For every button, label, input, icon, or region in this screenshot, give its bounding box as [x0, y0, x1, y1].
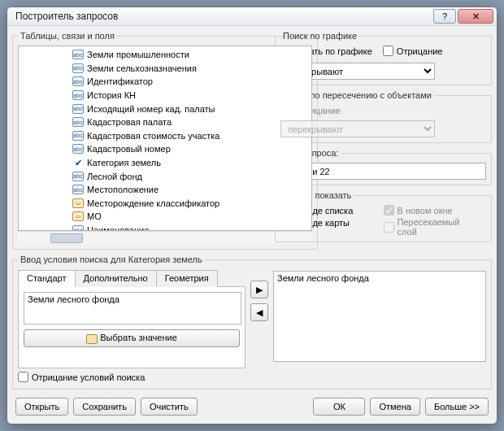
text-field-icon: abc — [72, 144, 84, 154]
tree-item[interactable]: abcКадастровый номер — [19, 142, 311, 156]
cancel-button[interactable]: Отмена — [370, 398, 419, 416]
save-button[interactable]: Сохранить — [73, 398, 136, 416]
fields-tree[interactable]: abcЗемли промышленностиabcЗемли сельхозн… — [18, 46, 312, 231]
tree-item[interactable]: ▭МО — [19, 210, 311, 224]
query-builder-window: Построитель запросов ? ✕ Таблицы, связи … — [7, 7, 497, 424]
arrow-right-icon: ▶ — [256, 285, 263, 295]
object-icon: ▭ — [72, 198, 84, 208]
help-window-button[interactable]: ? — [433, 9, 456, 24]
ok-button[interactable]: ОК — [313, 398, 365, 416]
negate-condition-checkbox[interactable]: Отрицание условий поиска — [18, 372, 145, 382]
tree-item[interactable]: abcИсходящий номер кад. палаты — [19, 102, 311, 115]
show-intersect-layer-checkbox: Пересекаемый слой — [384, 217, 479, 237]
close-window-button[interactable]: ✕ — [458, 9, 493, 24]
tree-item-label: Наименование — [87, 225, 149, 231]
tree-item[interactable]: abcКадастровая стоимость участка — [19, 129, 311, 143]
remove-condition-button[interactable]: ◀ — [250, 303, 268, 321]
text-field-icon: abc — [72, 63, 84, 73]
cond-legend: Ввод условия поиска для Категория земель — [18, 255, 205, 264]
tree-item-label: История КН — [87, 90, 136, 100]
tab-advanced[interactable]: Дополнительно — [75, 270, 157, 287]
list-item[interactable]: Земли лесного фонда — [277, 273, 482, 283]
text-field-icon: abc — [72, 76, 84, 86]
close-icon: ✕ — [472, 11, 480, 22]
object-icon: ▭ — [72, 211, 84, 221]
dialog-button-bar: Открыть Сохранить Очистить ОК Отмена Бол… — [12, 394, 492, 419]
titlebar[interactable]: Построитель запросов ? ✕ — [7, 7, 497, 26]
window-title: Построитель запросов — [15, 11, 432, 22]
tab-geometry[interactable]: Геометрия — [156, 270, 218, 287]
text-field-icon: abc — [72, 131, 84, 141]
open-button[interactable]: Открыть — [15, 398, 68, 416]
tree-item[interactable]: abcЛесной фонд — [19, 169, 311, 183]
tree-item-label: Лесной фонд — [87, 172, 142, 181]
tree-item-label: МО — [87, 211, 102, 221]
horizontal-scrollbar[interactable] — [18, 231, 312, 244]
tree-item[interactable]: ✔Категория земель — [19, 156, 311, 170]
gear-icon — [86, 334, 98, 344]
intersect-mode-combo: перекрывают — [280, 120, 435, 137]
content: Таблицы, связи и поля abcЗемли промышлен… — [7, 26, 497, 424]
tree-item-label: Месторождение классификатор — [87, 198, 219, 208]
text-field-icon: abc — [72, 104, 84, 114]
tree-item-label: Кадастровый номер — [87, 144, 171, 154]
tree-item[interactable]: abcИстория КН — [19, 89, 311, 102]
text-field-icon: abc — [72, 50, 84, 59]
tree-item-label: Земли промышленности — [87, 50, 189, 59]
check-icon: ✔ — [72, 158, 84, 168]
tree-item-label: Местоположение — [87, 185, 159, 194]
show-new-window-checkbox: В новом окне — [384, 205, 453, 216]
condition-fieldset: Ввод условия поиска для Категория земель… — [12, 255, 492, 390]
tree-item[interactable]: abcИдентификатор — [19, 75, 311, 89]
tree-item-label: Идентификатор — [87, 76, 153, 86]
selected-conditions-list[interactable]: Земли лесного фонда — [273, 271, 486, 362]
tree-fieldset: Таблицы, связи и поля abcЗемли промышлен… — [12, 31, 318, 250]
tree-item-label: Кадастровая стоимость участка — [87, 131, 219, 141]
arrow-left-icon: ◀ — [256, 307, 263, 318]
tree-item[interactable]: abcЗемли промышленности — [19, 48, 311, 62]
tree-item-label: Земли сельхозназначения — [87, 63, 197, 73]
graphic-legend: Поиск по графике — [280, 31, 359, 41]
pick-value-button[interactable]: Выбрать значение — [24, 329, 240, 347]
tree-item[interactable]: abcКадастровая палата — [19, 115, 311, 129]
more-button[interactable]: Больше >> — [425, 398, 489, 416]
tab-standard[interactable]: Стандарт — [18, 270, 76, 287]
tree-item-label: Категория земель — [87, 158, 161, 168]
tab-panel-standard: Земли лесного фонда Выбрать значение — [18, 287, 245, 368]
tree-item[interactable]: abcНаименование — [19, 224, 311, 231]
add-condition-button[interactable]: ▶ — [250, 281, 268, 298]
clear-button[interactable]: Очистить — [141, 398, 198, 416]
tree-item[interactable]: abcЗемли сельхозназначения — [19, 62, 311, 76]
text-field-icon: abc — [72, 185, 84, 194]
condition-value-box[interactable]: Земли лесного фонда — [24, 292, 241, 324]
text-field-icon: abc — [72, 225, 84, 231]
graphic-negation-checkbox[interactable]: Отрицание — [383, 46, 443, 56]
tree-item-label: Кадастровая палата — [87, 117, 172, 127]
text-field-icon: abc — [72, 172, 84, 181]
text-field-icon: abc — [72, 117, 84, 127]
tree-item[interactable]: ▭Месторождение классификатор — [19, 197, 311, 211]
tree-item[interactable]: abcМестоположение — [19, 183, 311, 197]
tree-item-label: Исходящий номер кад. палаты — [87, 104, 215, 114]
tree-legend: Таблицы, связи и поля — [18, 31, 117, 41]
condition-tabs: Стандарт Дополнительно Геометрия — [18, 269, 245, 287]
text-field-icon: abc — [72, 90, 84, 100]
